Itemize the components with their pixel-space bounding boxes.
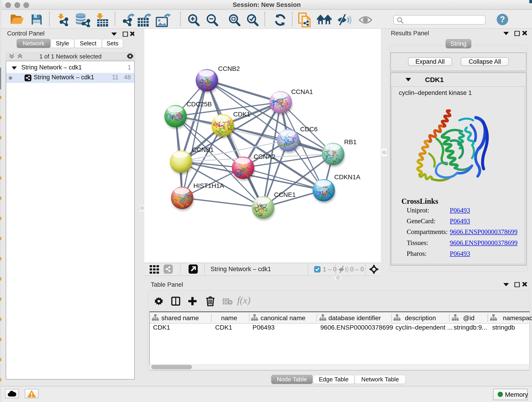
svg-text:CCNA2: CCNA2 <box>254 153 275 160</box>
svg-text:HIST1H1A: HIST1H1A <box>193 182 224 189</box>
svg-text:CDKN1A: CDKN1A <box>334 173 360 181</box>
svg-text:CDK1: CDK1 <box>233 111 250 118</box>
svg-text:CCNE1: CCNE1 <box>274 191 296 198</box>
svg-text:CDC6: CDC6 <box>300 126 317 133</box>
svg-text:CCNA1: CCNA1 <box>291 88 313 95</box>
svg-text:CDC25B: CDC25B <box>186 101 212 108</box>
svg-text:RB1: RB1 <box>344 138 356 146</box>
svg-text:CCNB1: CCNB1 <box>192 146 214 153</box>
svg-text:CCNB2: CCNB2 <box>218 65 240 72</box>
svg-text:?: ? <box>500 15 505 24</box>
